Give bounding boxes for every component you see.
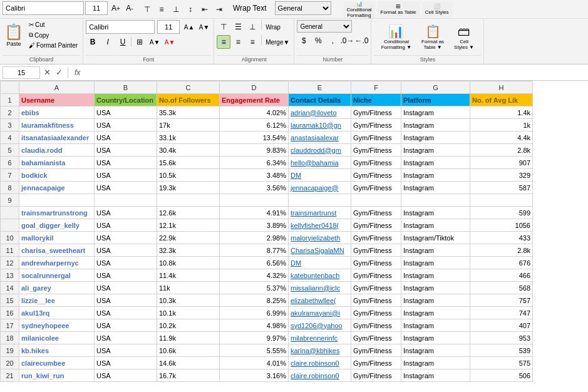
cell-followers-14[interactable]: 11k [157,282,220,294]
cell-engagement-11[interactable]: 8.77% [220,244,289,257]
align-middle-btn[interactable]: ≡ [155,3,168,16]
cell-followers-8[interactable]: 12.6k [157,207,220,219]
cell-avglikes-10[interactable]: 433 [470,232,533,244]
cell-engagement-17[interactable]: 4.98% [220,319,289,332]
cell-avglikes-16[interactable]: 747 [470,307,533,319]
text-direction-btn[interactable]: ↕ [183,3,197,16]
cell-niche-4[interactable]: Gym/Fitness [351,157,401,169]
row-num-6[interactable]: 6 [1,157,19,169]
cell-country-6[interactable]: USA [95,182,157,194]
increase-font-btn[interactable]: A+ [109,1,123,15]
cell-username-0[interactable]: ebibs [19,106,95,119]
cell-engagement-19[interactable]: 5.55% [220,344,289,357]
cell-country-4[interactable]: USA [95,157,157,169]
cell-engagement-4[interactable]: 6.34% [220,157,289,169]
col-header-g[interactable]: G [401,81,470,94]
cell-avglikes-15[interactable]: 757 [470,294,533,307]
number-format-select[interactable]: General [275,1,331,15]
cell-platform-15[interactable]: Instagram [401,294,470,307]
italic-btn[interactable]: I [101,35,115,49]
cell-contact-17[interactable]: syd1206@yahoo [289,319,351,332]
cell-avglikes-18[interactable]: 953 [470,332,533,344]
cell-engagement-21[interactable]: 3.16% [220,369,289,382]
cell-followers-16[interactable]: 10.1k [157,307,220,319]
cell-country-20[interactable]: USA [95,357,157,369]
paste-btn[interactable]: 📋 Paste [3,21,25,49]
cell-niche-6[interactable]: Gym/Fitness [351,182,401,194]
cell-username-13[interactable]: socalrunnergal [19,269,95,282]
dec-decrease-btn[interactable]: ←.0 [354,34,368,48]
cell-niche-11[interactable]: Gym/Fitness [351,244,401,257]
cell-country-18[interactable]: USA [95,332,157,344]
dec-increase-btn[interactable]: .0→ [340,34,354,48]
cell-engagement-0[interactable]: 4.02% [220,106,289,119]
font-name-input[interactable] [3,1,84,15]
cell-followers-4[interactable]: 15.6k [157,157,220,169]
align-top-btn[interactable]: ⊤ [140,3,154,16]
cell-niche-15[interactable]: Gym/Fitness [351,294,401,307]
cell-platform-5[interactable]: Instagram [401,169,470,182]
cell-contact-9[interactable]: kellyfisher0418( [289,219,351,232]
cell-platform-9[interactable]: Instagram [401,219,470,232]
align-right-btn[interactable]: ≡ [245,35,259,49]
cell-niche-17[interactable]: Gym/Fitness [351,319,401,332]
format-table-btn2[interactable]: 📋 Format asTable ▼ [418,22,447,52]
cell-followers-6[interactable]: 19.3k [157,182,220,194]
cell-country-10[interactable]: USA [95,232,157,244]
cell-username-14[interactable]: ali_garey [19,282,95,294]
cell-country-5[interactable]: USA [95,169,157,182]
cell-niche-21[interactable]: Gym/Fitness [351,369,401,382]
font-size-input2[interactable] [157,20,180,34]
cell-niche-10[interactable]: Gym/Fitness [351,232,401,244]
cell-niche-14[interactable]: Gym/Fitness [351,282,401,294]
cell-followers-20[interactable]: 14.6k [157,357,220,369]
cell-contact-14[interactable]: missaliann@iclc [289,282,351,294]
formula-input[interactable] [85,66,585,79]
cell-avglikes-13[interactable]: 466 [470,269,533,282]
align-mid-btn2[interactable]: ☰ [231,20,245,34]
format-as-table-btn[interactable]: ⊞ Format as Table [378,1,420,18]
cell-followers-5[interactable]: 10.5k [157,169,220,182]
formula-cancel-btn[interactable]: ✕ [43,68,52,77]
font-size-input[interactable] [85,1,108,15]
cell-avglikes-17[interactable]: 407 [470,319,533,332]
row-num-10[interactable] [1,207,19,219]
cell-username-15[interactable]: lizzie__lee [19,294,95,307]
cell-engagement-7[interactable] [220,194,289,207]
cell-niche-20[interactable]: Gym/Fitness [351,357,401,369]
cell-engagement-15[interactable]: 8.25% [220,294,289,307]
cell-username-7[interactable] [19,194,95,207]
cell-contact-2[interactable]: anastasiaalexar [289,132,351,144]
percent-btn[interactable]: % [311,34,325,48]
cell-username-5[interactable]: bodkick [19,169,95,182]
cell-avglikes-21[interactable]: 506 [470,369,533,382]
row-num-3[interactable]: 3 [1,119,19,132]
cell-followers-15[interactable]: 10.3k [157,294,220,307]
cell-avglikes-19[interactable]: 539 [470,344,533,357]
row-num-23[interactable]: 21 [1,369,19,382]
cell-platform-12[interactable]: Instagram [401,257,470,269]
spreadsheet-container[interactable]: A B C D E F G H 1 Username Country/Locat… [0,81,588,392]
cell-username-6[interactable]: jennacapaige [19,182,95,194]
cell-styles-btn[interactable]: ⬜ Cell Styles [422,1,452,18]
cell-avglikes-4[interactable]: 907 [470,157,533,169]
cell-contact-11[interactable]: CharisaSigalaMN [289,244,351,257]
cell-platform-17[interactable]: Instagram [401,319,470,332]
conditional-formatting-btn[interactable]: 📊 ConditionalFormatting [344,1,375,18]
row-num-16[interactable]: 14 [1,282,19,294]
cut-btn[interactable]: ✂ Cut [26,20,80,29]
cell-niche-0[interactable]: Gym/Fitness [351,106,401,119]
cell-platform-1[interactable]: Instagram [401,119,470,132]
cell-country-9[interactable]: USA [95,219,157,232]
cell-username-2[interactable]: itsanatasiaalexander [19,132,95,144]
cell-contact-5[interactable]: DM [289,169,351,182]
cell-country-1[interactable]: USA [95,119,157,132]
cell-country-17[interactable]: USA [95,319,157,332]
cell-niche-13[interactable]: Gym/Fitness [351,269,401,282]
cell-contact-20[interactable]: claire.robinson0 [289,357,351,369]
cell-platform-11[interactable]: Instagram [401,244,470,257]
cell-username-17[interactable]: sydneyhopeee [19,319,95,332]
row-num-1[interactable]: 1 [1,94,19,106]
cell-contact-10[interactable]: maloryielizabeth [289,232,351,244]
cell-username-21[interactable]: run_kiwi_run [19,369,95,382]
